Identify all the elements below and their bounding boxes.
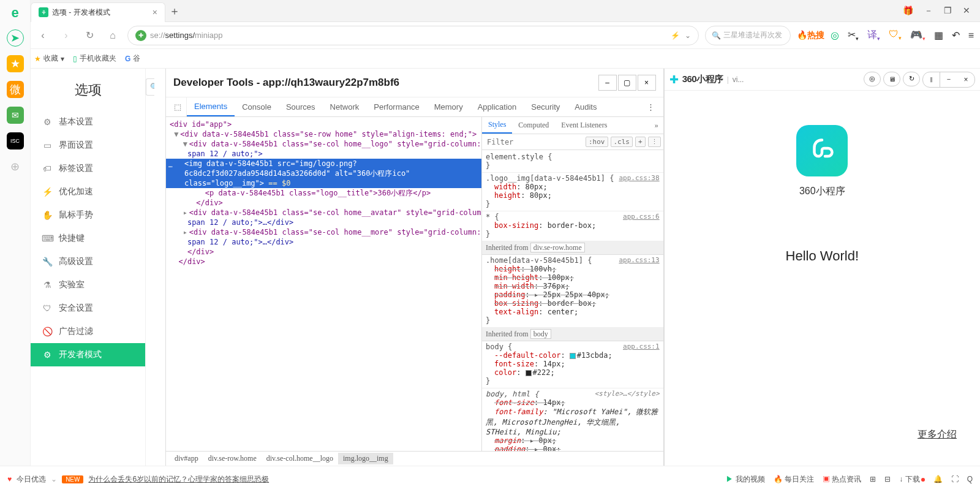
option-adblock[interactable]: 🚫广告过滤 [31, 320, 145, 343]
option-devmode[interactable]: ⚙开发者模式 [31, 343, 145, 366]
source-link[interactable]: app.css:13 [619, 256, 659, 264]
options-search-input[interactable]: 🔍 [146, 78, 154, 96]
element-picker-icon[interactable]: ⬚ [168, 97, 187, 116]
url-input[interactable]: ✚ se://settings/miniapp ⚡ ⌄ [127, 26, 699, 45]
status-fullscreen-icon[interactable]: ⛶ [951, 475, 959, 483]
url-dropdown-icon[interactable]: ⌄ [685, 31, 691, 40]
option-basic[interactable]: ⚙基本设置 [31, 110, 145, 134]
elements-tree[interactable]: <div id="app"> ▼<div data-v-584e45b1 cla… [166, 117, 482, 451]
tab-network[interactable]: Network [323, 97, 367, 116]
crumb[interactable]: div.se-col.home__logo [262, 453, 338, 464]
rail-send-icon[interactable]: ➤ [7, 29, 24, 47]
source-link[interactable]: <style>…</style> [595, 390, 660, 398]
browser-logo-icon[interactable]: e [11, 5, 18, 21]
tab-elements[interactable]: Elements [187, 97, 235, 116]
nav-reload-button[interactable]: ↻ [81, 27, 98, 44]
tab-memory[interactable]: Memory [427, 97, 470, 116]
menu-icon[interactable]: ≡ [968, 30, 974, 41]
styles-rules[interactable]: element.style { } app.css:38 .logo__img[… [482, 150, 663, 451]
styles-filter-input[interactable] [484, 138, 583, 146]
crumb[interactable]: div.se-row.home [203, 453, 262, 464]
hot-search-button[interactable]: 🔥热搜 [797, 30, 824, 41]
miniapp-refresh-button[interactable]: ↻ [903, 72, 920, 86]
tab-close-icon[interactable]: × [153, 7, 157, 17]
selected-element[interactable]: <img data-v-584e45b1 src="img/logo.png?6… [166, 159, 481, 188]
styles-tab-styles[interactable]: Styles [482, 117, 512, 134]
source-link[interactable]: app.css:38 [619, 174, 659, 182]
status-hot[interactable]: ▣ 热点资讯 [823, 474, 861, 485]
styles-tab-computed[interactable]: Computed [512, 117, 555, 134]
miniapp-settings-button[interactable]: ⦀ [923, 72, 940, 87]
tab-console[interactable]: Console [235, 97, 279, 116]
option-gesture[interactable]: ✋鼠标手势 [31, 203, 145, 227]
status-down-icon[interactable]: ⊞ [870, 475, 876, 483]
new-tab-button[interactable]: ＋ [165, 4, 184, 18]
styles-more-icon[interactable]: » [650, 121, 663, 130]
gift-icon[interactable]: 🎁 [903, 6, 913, 17]
hov-toggle[interactable]: :hov [586, 137, 608, 147]
nav-back-button[interactable]: ‹ [34, 27, 51, 44]
tab-security[interactable]: Security [524, 97, 567, 116]
status-download[interactable]: ↓ 下载 [899, 474, 924, 485]
bookmark-mobile[interactable]: ▯手机收藏夹 [73, 53, 116, 64]
rail-favorites-icon[interactable]: ★ [7, 55, 24, 72]
rail-weibo-icon[interactable]: 微 [7, 81, 24, 98]
bookmark-favorites[interactable]: ★收藏 ▾ [34, 53, 64, 64]
devtools-close-button[interactable]: × [638, 75, 656, 91]
option-advanced[interactable]: 🔧高级设置 [31, 250, 145, 273]
styles-tab-listeners[interactable]: Event Listeners [555, 117, 613, 134]
crumb-current[interactable]: img.logo__img [338, 453, 393, 464]
search-input[interactable]: 🔍 三星堆遗址再次发 [705, 26, 791, 45]
option-lab[interactable]: ⚗实验室 [31, 273, 145, 297]
more-link[interactable]: 更多介绍 [918, 428, 980, 441]
miniapp-target-button[interactable]: ◎ [864, 72, 881, 86]
heart-icon[interactable]: ♥ [7, 475, 12, 483]
screenshot-icon[interactable]: ✂▾ [848, 29, 859, 42]
chevron-down-icon[interactable]: ⌄ [51, 475, 57, 483]
nav-forward-button[interactable]: › [58, 27, 75, 44]
tab-application[interactable]: Application [470, 97, 524, 116]
devtools-more-icon[interactable]: ⋮ [641, 102, 661, 112]
option-tabs[interactable]: 🏷标签设置 [31, 157, 145, 180]
option-security[interactable]: 🛡安全设置 [31, 297, 145, 320]
crumb[interactable]: div#app [170, 453, 203, 464]
bookmark-google[interactable]: G谷 [125, 53, 140, 64]
styles-menu-icon[interactable]: ⋮ [648, 137, 661, 147]
status-video[interactable]: ▶ 我的视频 [726, 474, 764, 485]
option-speed[interactable]: ⚡优化加速 [31, 180, 145, 203]
status-up-icon[interactable]: ⊟ [884, 475, 891, 483]
tab-sources[interactable]: Sources [279, 97, 323, 116]
status-zoom-button[interactable]: Q [967, 475, 973, 483]
miniapp-device-button[interactable]: 🖥 [883, 72, 900, 86]
bolt-icon[interactable]: ⚡ [671, 31, 680, 40]
miniapp-close-button[interactable]: × [957, 72, 974, 87]
devtools-maximize-button[interactable]: ▢ [618, 75, 636, 91]
apps-icon[interactable]: ▦ [934, 29, 943, 41]
tab-audits[interactable]: Audits [567, 97, 604, 116]
window-maximize-button[interactable]: ❐ [944, 6, 952, 17]
status-daily[interactable]: 🔥 每日关注 [774, 474, 814, 485]
extension1-icon[interactable]: ◎ [831, 29, 839, 41]
window-minimize-button[interactable]: － [924, 6, 933, 17]
browser-tab[interactable]: ⚘ 选项 - 开发者模式 × [31, 2, 165, 22]
headline-link[interactable]: 为什么会丢失6岁以前的记忆？心理学家的答案细思恐极 [88, 474, 269, 485]
status-speaker-icon[interactable]: 🔔 [933, 475, 943, 483]
nav-home-button[interactable]: ⌂ [104, 27, 121, 44]
window-close-button[interactable]: ✕ [963, 6, 970, 17]
shield-icon[interactable]: 🛡▾ [889, 29, 902, 41]
add-rule-button[interactable]: + [635, 137, 646, 147]
option-shortcut[interactable]: ⌨快捷键 [31, 227, 145, 250]
translate-icon[interactable]: 译▾ [867, 29, 880, 42]
game-icon[interactable]: 🎮▾ [910, 29, 925, 42]
rail-isc-icon[interactable]: ISC [7, 132, 24, 149]
status-today[interactable]: 今日优选 [17, 474, 46, 485]
devtools-minimize-button[interactable]: – [598, 75, 617, 91]
tab-performance[interactable]: Performance [366, 97, 426, 116]
rail-mail-icon[interactable]: ✉ [7, 107, 24, 124]
option-ui[interactable]: ▭界面设置 [31, 134, 145, 157]
rail-add-icon[interactable]: ⊕ [7, 158, 24, 175]
cls-toggle[interactable]: .cls [611, 137, 633, 147]
restore-icon[interactable]: ↶ [952, 29, 960, 41]
source-link[interactable]: app.css:1 [623, 343, 660, 350]
miniapp-minimize-button[interactable]: － [940, 72, 957, 87]
